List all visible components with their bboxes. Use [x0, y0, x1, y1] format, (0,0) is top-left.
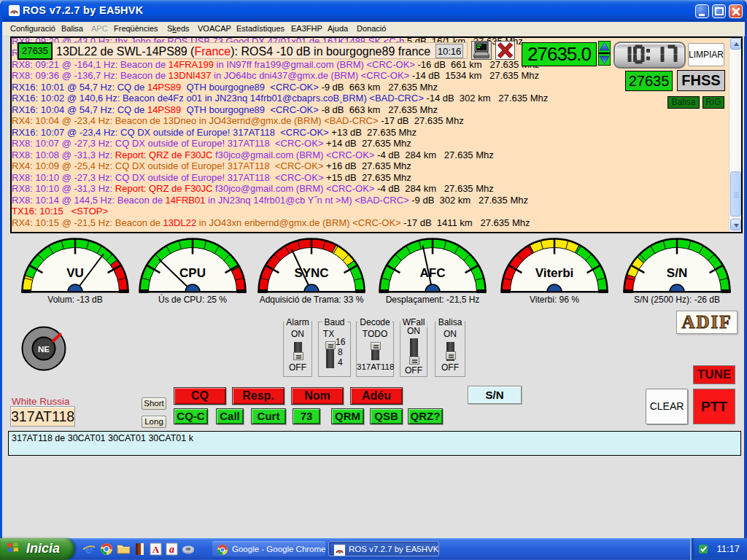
svg-text:AFC: AFC — [420, 266, 446, 280]
svg-text:A: A — [152, 544, 160, 555]
svg-text:e: e — [85, 542, 93, 555]
svg-text:NE: NE — [38, 345, 50, 354]
svg-text:Viterbi: Viterbi — [535, 266, 574, 280]
svg-text:SYNC: SYNC — [294, 266, 328, 280]
svg-text:VU: VU — [66, 266, 84, 280]
svg-text:S/N: S/N — [667, 266, 687, 280]
svg-text:CPU: CPU — [179, 266, 206, 280]
svg-text:a: a — [169, 544, 174, 555]
